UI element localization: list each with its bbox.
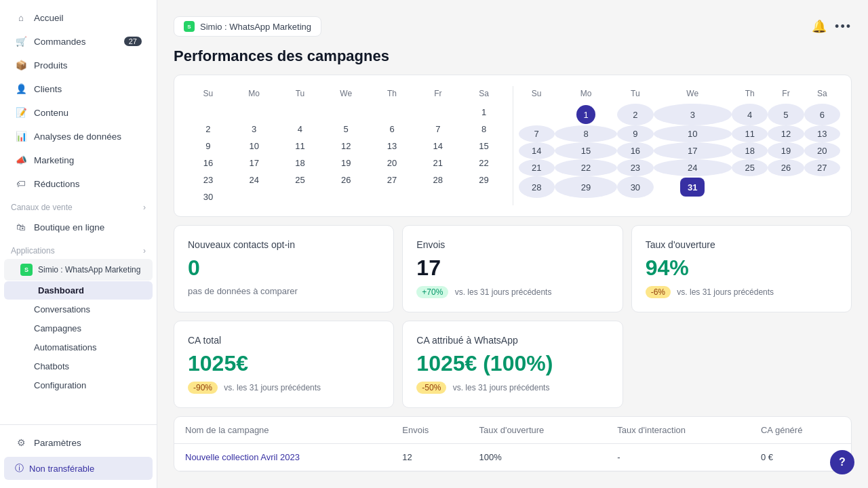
cal-day[interactable]: 10 [231, 138, 277, 155]
cal-day[interactable]: 7 [519, 125, 555, 142]
cal-day[interactable]: 1 [461, 104, 507, 121]
sidebar-label-clients: Clients [34, 84, 62, 94]
cal-day[interactable] [323, 188, 369, 205]
cal-day[interactable]: 13 [369, 138, 415, 155]
sidebar-item-automatisations[interactable]: Automatisations [4, 338, 153, 357]
cal-day[interactable]: 17 [654, 142, 732, 159]
help-button[interactable]: ? [830, 450, 854, 474]
cal-day[interactable]: 30 [617, 176, 653, 198]
sidebar-item-configuration[interactable]: Configuration [4, 376, 153, 394]
sidebar-item-boutique[interactable]: 🛍 Boutique en ligne [4, 216, 153, 239]
cal-day[interactable]: 22 [461, 155, 507, 171]
cal-day[interactable]: 16 [185, 155, 231, 171]
cal-day[interactable]: 9 [185, 138, 231, 155]
cal-day[interactable]: 11 [277, 138, 323, 155]
cal-day[interactable] [231, 104, 277, 121]
cal-day[interactable]: 31 [654, 176, 732, 198]
sidebar-app-simio[interactable]: S Simio : WhatsApp Marketing [4, 259, 153, 281]
cal-day[interactable]: 19 [768, 142, 804, 159]
campaign-link[interactable]: Nouvelle collection Avril 2023 [185, 452, 300, 462]
cal-day[interactable]: 5 [768, 104, 804, 125]
cal-day[interactable] [277, 104, 323, 121]
cal-day[interactable]: 7 [415, 121, 461, 138]
sidebar-item-marketing[interactable]: 📣 Marketing [4, 148, 153, 171]
cal-day[interactable] [323, 104, 369, 121]
cal-day[interactable]: 23 [617, 159, 653, 176]
cal-day[interactable]: 24 [231, 171, 277, 188]
sidebar-item-reductions[interactable]: 🏷 Réductions [4, 172, 153, 195]
cal-day[interactable] [277, 188, 323, 205]
sidebar-item-conversations[interactable]: Conversations [4, 300, 153, 319]
cal-day[interactable]: 1 [555, 104, 617, 125]
sidebar-item-analyses[interactable]: 📊 Analyses de données [4, 125, 153, 148]
cal-day[interactable]: 21 [519, 159, 555, 176]
cal-day[interactable]: 12 [323, 138, 369, 155]
cal-day[interactable]: 12 [768, 125, 804, 142]
cal-day[interactable]: 6 [369, 121, 415, 138]
cal-day[interactable]: 4 [277, 121, 323, 138]
sidebar-item-contenu[interactable]: 📝 Contenu [4, 101, 153, 124]
cal-day[interactable]: 25 [732, 159, 768, 176]
cal-day[interactable]: 2 [617, 104, 653, 125]
cal-day[interactable]: 19 [323, 155, 369, 171]
cal-day[interactable] [369, 104, 415, 121]
cal-day[interactable]: 26 [768, 159, 804, 176]
cal-day[interactable]: 14 [415, 138, 461, 155]
cal-day[interactable]: 10 [654, 125, 732, 142]
cal-day[interactable]: 14 [519, 142, 555, 159]
sidebar-item-accueil[interactable]: ⌂ Accueil [4, 6, 153, 29]
cal-day[interactable] [804, 176, 840, 198]
cal-day[interactable]: 26 [323, 171, 369, 188]
cal-day[interactable]: 4 [732, 104, 768, 125]
sidebar-item-dashboard[interactable]: Dashboard [4, 281, 153, 300]
cal-day[interactable]: 18 [277, 155, 323, 171]
cal-day[interactable]: 20 [369, 155, 415, 171]
cal-day[interactable]: 5 [323, 121, 369, 138]
cal-day[interactable]: 3 [654, 104, 732, 125]
cal-day[interactable]: 13 [804, 125, 840, 142]
cal-day[interactable]: 29 [555, 176, 617, 198]
cal-day[interactable]: 18 [732, 142, 768, 159]
sidebar-item-produits[interactable]: 📦 Produits [4, 54, 153, 77]
cal-day[interactable]: 23 [185, 171, 231, 188]
cal-day[interactable] [369, 188, 415, 205]
cal-day[interactable]: 15 [461, 138, 507, 155]
cal-day[interactable]: 21 [415, 155, 461, 171]
cal-day[interactable]: 20 [804, 142, 840, 159]
cal-day[interactable]: 28 [519, 176, 555, 198]
cal-day[interactable]: 8 [555, 125, 617, 142]
cal-day[interactable]: 3 [231, 121, 277, 138]
cal-day[interactable]: 25 [277, 171, 323, 188]
cal-day[interactable]: 9 [617, 125, 653, 142]
cal-day[interactable]: 6 [804, 104, 840, 125]
cal-day[interactable] [415, 104, 461, 121]
cal-day[interactable]: 11 [732, 125, 768, 142]
cal-day[interactable] [231, 188, 277, 205]
cal-day[interactable]: 24 [654, 159, 732, 176]
cal-day[interactable]: 27 [369, 171, 415, 188]
cal-day[interactable]: 22 [555, 159, 617, 176]
sidebar-item-clients[interactable]: 👤 Clients [4, 77, 153, 100]
sidebar-item-chatbots[interactable]: Chatbots [4, 357, 153, 375]
cal-day[interactable] [461, 188, 507, 205]
cal-day[interactable]: 17 [231, 155, 277, 171]
cal-day[interactable]: 29 [461, 171, 507, 188]
bell-icon[interactable]: 🔔 [812, 19, 827, 34]
applications-section-label[interactable]: Applications › [0, 239, 157, 258]
cal-day[interactable]: 28 [415, 171, 461, 188]
cal-day[interactable]: 2 [185, 121, 231, 138]
sidebar-item-parametres[interactable]: ⚙ Paramètres [4, 431, 153, 454]
cal-day[interactable]: 27 [804, 159, 840, 176]
cal-day[interactable] [519, 104, 555, 125]
cal-day[interactable]: 16 [617, 142, 653, 159]
cal-day[interactable]: 30 [185, 188, 231, 205]
cal-day[interactable] [415, 188, 461, 205]
cal-day[interactable]: 8 [461, 121, 507, 138]
cal-day[interactable] [768, 176, 804, 198]
more-options-icon[interactable]: ••• [835, 20, 852, 34]
cal-day[interactable]: 15 [555, 142, 617, 159]
sidebar-item-campagnes[interactable]: Campagnes [4, 319, 153, 338]
cal-day[interactable] [185, 104, 231, 121]
sidebar-item-commandes[interactable]: 🛒 Commandes 27 [4, 30, 153, 53]
cal-day[interactable] [732, 176, 768, 198]
